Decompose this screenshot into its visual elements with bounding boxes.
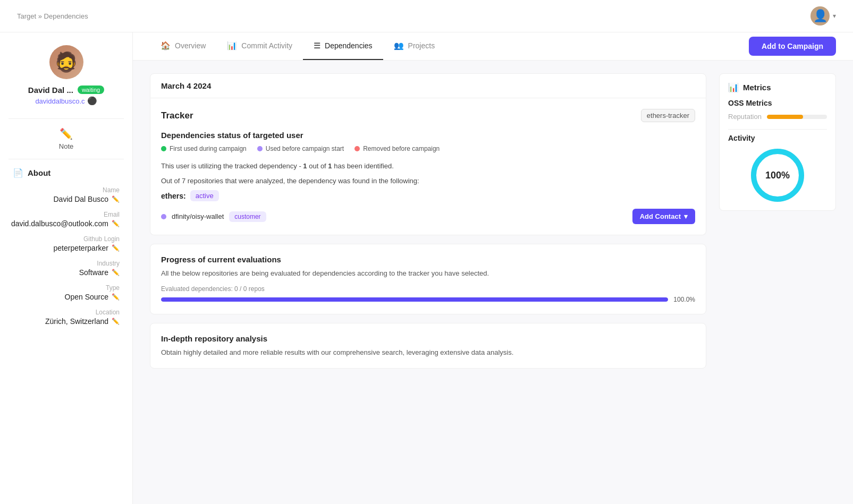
edit-icon[interactable]: ✏️ — [112, 318, 120, 325]
tab-icon: ☰ — [314, 41, 320, 50]
field-row: Type Open Source ✏️ — [13, 284, 120, 301]
legend-item-purple: Used before campaign start — [257, 145, 344, 152]
tab-dependencies[interactable]: ☰Dependencies — [303, 32, 383, 60]
tab-projects[interactable]: 👥Projects — [383, 32, 446, 60]
oss-metrics-title: OSS Metrics — [728, 99, 827, 107]
dropdown-chevron-icon: ▾ — [684, 212, 688, 220]
edit-icon[interactable]: ✏️ — [112, 220, 120, 227]
reputation-label: Reputation — [728, 113, 762, 121]
legend-dot-green — [161, 146, 166, 151]
nav-tabs: 🏠Overview📊Commit Activity☰Dependencies👥P… — [150, 32, 445, 60]
legend-label-red: Removed before campaign — [363, 145, 440, 152]
right-panel: 📊 Metrics OSS Metrics Reputation Activit… — [719, 73, 836, 498]
field-label: Location — [13, 309, 120, 316]
repo-dot — [161, 214, 166, 219]
progress-title: Progress of current evaluations — [161, 255, 695, 264]
activity-circle: 100% — [751, 149, 804, 202]
metrics-header: 📊 Metrics — [728, 82, 827, 92]
dep-status-title: Dependencies status of targeted user — [161, 131, 695, 140]
metrics-section: 📊 Metrics OSS Metrics Reputation Activit… — [719, 73, 836, 211]
about-section: 📄 About Name David Dal Busco ✏️ Email da… — [9, 159, 124, 341]
customer-badge: customer — [229, 211, 266, 222]
activity-circle-wrapper: 100% — [728, 149, 827, 202]
sidebar-fields: Name David Dal Busco ✏️ Email david.dalb… — [13, 186, 120, 326]
legend-label-purple: Used before campaign start — [266, 145, 344, 152]
main-content: March 4 2024 Tracker ethers-tracker Depe… — [133, 61, 853, 504]
reputation-bar-bg — [767, 115, 827, 119]
field-row: Name David Dal Busco ✏️ — [13, 186, 120, 203]
avatar: 🧔 — [49, 45, 83, 79]
legend-item-red: Removed before campaign — [354, 145, 440, 152]
user-menu[interactable]: 👤 ▾ — [810, 6, 836, 25]
metrics-icon: 📊 — [728, 82, 739, 92]
legend-dot-purple — [257, 146, 263, 151]
field-value: david.dalbusco@outlook.com ✏️ — [13, 219, 120, 228]
dep-legend: First used during campaign Used before c… — [161, 145, 695, 152]
waiting-badge: waiting — [78, 86, 104, 94]
metrics-title: Metrics — [743, 83, 771, 92]
add-contact-button[interactable]: Add Contact ▾ — [632, 209, 695, 224]
content-area: 🏠Overview📊Commit Activity☰Dependencies👥P… — [133, 32, 853, 504]
indepth-title: In-depth repository analysis — [161, 334, 695, 343]
repo-name: dfinity/oisy-wallet — [172, 212, 224, 220]
active-badge: active — [190, 190, 219, 201]
note-label: Note — [59, 142, 73, 150]
field-row: Github Login peterpeterparker ✏️ — [13, 235, 120, 252]
progress-desc: All the below repositories are being eva… — [161, 268, 695, 279]
profile-name: David Dal ... — [28, 86, 73, 95]
progress-card: Progress of current evaluations All the … — [150, 244, 706, 314]
center-panel: March 4 2024 Tracker ethers-tracker Depe… — [150, 73, 706, 498]
edit-icon[interactable]: ✏️ — [112, 293, 120, 301]
about-header: 📄 About — [13, 168, 120, 178]
dep-desc-line1: This user is utilizing the tracked depen… — [161, 161, 695, 172]
field-value: Open Source ✏️ — [13, 293, 120, 301]
field-label: Name — [13, 186, 120, 194]
profile-email: daviddalbusco.c ⚫ — [35, 96, 97, 106]
field-value: Zürich, Switzerland ✏️ — [13, 317, 120, 326]
legend-item-green: First used during campaign — [161, 145, 247, 152]
edit-icon[interactable]: ✏️ — [112, 244, 120, 252]
repo-info: dfinity/oisy-wallet customer — [161, 211, 266, 222]
add-to-campaign-button[interactable]: Add to Campaign — [749, 37, 836, 56]
reputation-bar-fill — [767, 115, 803, 119]
breadcrumb: Target » Dependencies — [17, 12, 88, 20]
progress-label: Evaluated dependencies: 0 / 0 repos — [161, 285, 695, 293]
note-icon: ✏️ — [60, 127, 73, 140]
field-row: Location Zürich, Switzerland ✏️ — [13, 309, 120, 326]
note-section[interactable]: ✏️ Note — [9, 119, 124, 159]
tab-overview[interactable]: 🏠Overview — [150, 32, 216, 60]
indepth-desc: Obtain highly detailed and more reliable… — [161, 347, 695, 358]
edit-icon[interactable]: ✏️ — [112, 195, 120, 203]
progress-bar-fill — [161, 297, 668, 302]
field-value: Software ✏️ — [13, 268, 120, 277]
field-label: Type — [13, 284, 120, 292]
tracker-header: Tracker ethers-tracker — [161, 109, 695, 122]
field-value: peterpeterparker ✏️ — [13, 244, 120, 252]
tracker-badge: ethers-tracker — [641, 109, 695, 122]
field-row: Email david.dalbusco@outlook.com ✏️ — [13, 211, 120, 228]
legend-label-green: First used during campaign — [170, 145, 247, 152]
tab-icon: 🏠 — [161, 41, 171, 50]
date-header: March 4 2024 — [150, 73, 706, 98]
indepth-card: In-depth repository analysis Obtain high… — [150, 323, 706, 369]
about-icon: 📄 — [13, 168, 23, 178]
edit-icon[interactable]: ✏️ — [112, 269, 120, 276]
main-layout: 🧔 David Dal ... waiting daviddalbusco.c … — [0, 32, 853, 504]
repo-row: dfinity/oisy-wallet customer Add Contact… — [161, 209, 695, 224]
sidebar: 🧔 David Dal ... waiting daviddalbusco.c … — [0, 32, 133, 504]
github-icon: ⚫ — [87, 96, 97, 106]
chevron-down-icon: ▾ — [833, 12, 836, 20]
user-avatar[interactable]: 👤 — [810, 6, 830, 25]
legend-dot-red — [354, 146, 360, 151]
tab-commit-activity[interactable]: 📊Commit Activity — [216, 32, 303, 60]
progress-bar-bg — [161, 297, 668, 302]
activity-label: Activity — [728, 134, 827, 142]
field-row: Industry Software ✏️ — [13, 260, 120, 277]
nav-tabs-bar: 🏠Overview📊Commit Activity☰Dependencies👥P… — [133, 32, 853, 61]
tracker-card: Tracker ethers-tracker Dependencies stat… — [150, 98, 706, 235]
divider — [728, 129, 827, 130]
progress-bar-wrapper: 100.0% — [161, 296, 695, 303]
activity-pct: 100% — [765, 170, 790, 181]
tracker-title: Tracker — [161, 110, 193, 121]
field-label: Github Login — [13, 235, 120, 243]
